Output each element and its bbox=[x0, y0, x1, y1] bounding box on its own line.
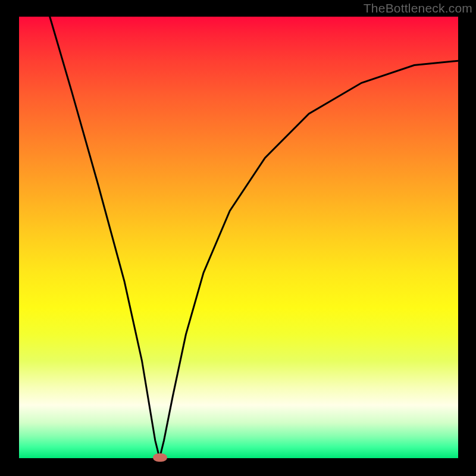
bottleneck-curve bbox=[50, 17, 458, 458]
watermark-text: TheBottleneck.com bbox=[364, 1, 472, 15]
chart-stage: TheBottleneck.com bbox=[0, 0, 476, 476]
curve-layer bbox=[0, 0, 476, 476]
optimum-marker bbox=[153, 453, 167, 462]
